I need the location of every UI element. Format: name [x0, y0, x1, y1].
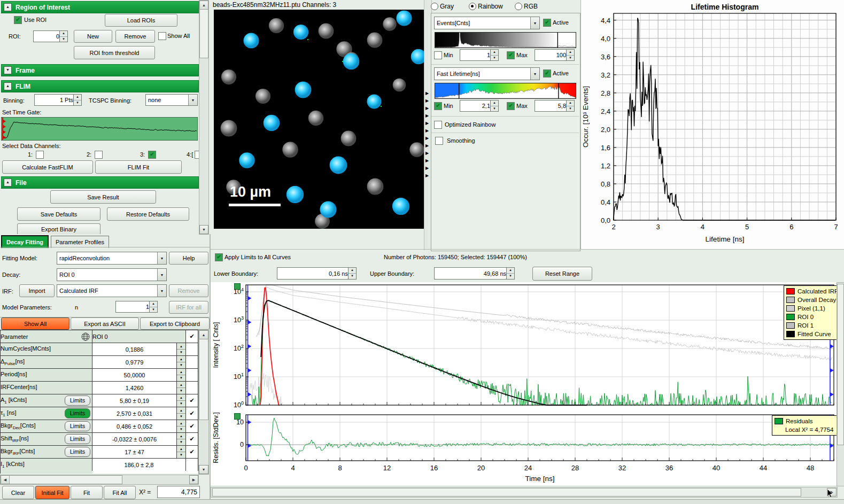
- n-parameter-spinner[interactable]: ▲▼: [149, 301, 158, 313]
- show-all-button[interactable]: Show All: [1, 317, 69, 330]
- scroll-right-icon[interactable]: ▶: [189, 475, 198, 484]
- param-check-6[interactable]: ✔: [186, 420, 198, 433]
- param-spinner-0[interactable]: ▲▼: [177, 343, 186, 356]
- column-header-roi0[interactable]: ROI 0: [92, 330, 186, 343]
- param-value-1[interactable]: 0,9779: [92, 356, 177, 369]
- param-value-4[interactable]: 5,80 ± 0,19: [92, 394, 177, 407]
- collapse-down-icon[interactable]: ▼: [4, 66, 12, 74]
- restore-defaults-button[interactable]: Restore Defaults: [107, 207, 189, 221]
- param-check-8[interactable]: ✔: [186, 446, 198, 459]
- scrollbar-thumb[interactable]: [837, 284, 844, 445]
- flim-fit-button[interactable]: FLIM Fit: [95, 160, 182, 174]
- limits-button-6[interactable]: Limits: [65, 421, 90, 431]
- limits-button-5[interactable]: Limits: [65, 408, 90, 418]
- chevron-down-icon[interactable]: ▼: [530, 17, 539, 29]
- scrollbar-thumb[interactable]: [212, 488, 801, 497]
- scroll-down-icon[interactable]: ▼: [199, 465, 208, 474]
- help-button[interactable]: Help: [169, 252, 208, 265]
- param-check-7[interactable]: ✔: [186, 433, 198, 446]
- param-check-1[interactable]: [186, 356, 198, 369]
- param-spinner-8[interactable]: ▲▼: [177, 446, 186, 459]
- param-check-0[interactable]: [186, 343, 198, 356]
- param-value-5[interactable]: 2,570 ± 0,031: [92, 407, 177, 420]
- flim-image-view[interactable]: 10 µm: [214, 10, 424, 229]
- param-spinner-3[interactable]: ▲▼: [177, 382, 186, 394]
- plot-vscrollbar[interactable]: [837, 282, 844, 486]
- scroll-left-icon[interactable]: ◀: [1, 475, 10, 484]
- remove-roi-button[interactable]: Remove: [115, 30, 155, 43]
- param-value-8[interactable]: 17 ± 47: [92, 446, 177, 459]
- decay-select-dropdown[interactable]: ROI 0 ▼: [57, 268, 167, 281]
- param-spinner-7[interactable]: ▲▼: [177, 433, 186, 446]
- param-check-2[interactable]: [186, 369, 198, 382]
- chevron-down-icon[interactable]: ▼: [157, 252, 166, 264]
- param-value-3[interactable]: 1,4260: [92, 382, 177, 394]
- import-irf-button[interactable]: Import: [19, 284, 55, 297]
- param-spinner-1[interactable]: ▲▼: [177, 356, 186, 369]
- chevron-down-icon[interactable]: ▼: [530, 68, 539, 80]
- fitting-model-dropdown[interactable]: rapidReconvolution ▼: [57, 252, 167, 265]
- load-rois-button[interactable]: Load ROIs: [105, 14, 177, 27]
- lifetime-min-checkbox[interactable]: [434, 102, 442, 110]
- scrollbar-thumb[interactable]: [9, 475, 122, 484]
- plot-hscrollbar[interactable]: ▶: [211, 487, 838, 498]
- table-vscrollbar[interactable]: ▲ ▼: [198, 330, 209, 475]
- fit-button[interactable]: Fit: [71, 486, 103, 499]
- time-gate-plot[interactable]: [1, 117, 198, 141]
- param-value-0[interactable]: 0,1886: [92, 343, 177, 356]
- events-max-checkbox[interactable]: [507, 51, 515, 59]
- reset-range-button[interactable]: Reset Range: [532, 267, 592, 281]
- save-result-button[interactable]: Save Result: [50, 190, 156, 204]
- scrollbar-thumb[interactable]: [199, 339, 208, 420]
- save-defaults-button[interactable]: Save Defaults: [17, 207, 100, 221]
- show-all-rois-checkbox[interactable]: [158, 32, 166, 40]
- lifetime-active-checkbox[interactable]: [543, 69, 551, 77]
- lifetime-min-spinner[interactable]: ▲▼: [490, 100, 499, 112]
- events-min-checkbox[interactable]: [434, 51, 442, 59]
- binning-spinner[interactable]: ▲▼: [73, 94, 82, 106]
- scrollbar-thumb[interactable]: [199, 9, 208, 58]
- lifetime-rainbow-bar[interactable]: [435, 83, 576, 99]
- globe-icon[interactable]: [81, 332, 90, 341]
- collapse-up-icon[interactable]: ▲: [4, 3, 12, 11]
- limits-button-7[interactable]: Limits: [65, 434, 90, 444]
- events-histogram-bar[interactable]: [435, 32, 576, 48]
- table-hscrollbar[interactable]: ◀ ▶: [0, 475, 199, 485]
- mode-radio-gray[interactable]: [431, 3, 438, 10]
- tab-decay-fitting[interactable]: Decay Fitting: [1, 235, 49, 248]
- scroll-up-icon[interactable]: ▲: [199, 1, 208, 10]
- binning-field[interactable]: 1 Pts: [34, 94, 76, 106]
- left-panel-scrollbar[interactable]: ▲ ▼: [199, 0, 209, 235]
- param-value-9[interactable]: 186,0 ± 2,8: [92, 459, 186, 471]
- irf-dropdown[interactable]: Calculated IRF ▼: [57, 284, 167, 297]
- channel-1-checkbox[interactable]: [36, 151, 44, 159]
- irf-for-all-button[interactable]: IRF for all: [169, 301, 208, 314]
- chevron-down-icon[interactable]: ▼: [157, 285, 166, 297]
- frame-section-header[interactable]: ▼ Frame: [1, 64, 199, 76]
- events-min-field[interactable]: 1: [460, 49, 493, 61]
- export-clipboard-button[interactable]: Export to Clipboard: [140, 317, 210, 330]
- mode-radio-rgb[interactable]: [515, 3, 522, 10]
- optimized-rainbow-checkbox[interactable]: [434, 121, 442, 129]
- roi-index-spinner[interactable]: ▲▼: [59, 30, 68, 42]
- n-parameter-field[interactable]: 1: [115, 301, 152, 313]
- param-check-9[interactable]: [186, 459, 198, 471]
- lifetime-max-field[interactable]: 5,8: [535, 100, 569, 112]
- lifetime-max-checkbox[interactable]: [507, 102, 515, 110]
- decay-plot[interactable]: 1041031021011001000481216202428323640444…: [211, 282, 837, 485]
- limits-button-4[interactable]: Limits: [65, 396, 90, 406]
- mode-radio-rainbow[interactable]: [469, 3, 476, 10]
- events-active-checkbox[interactable]: [543, 19, 551, 27]
- param-value-2[interactable]: 50,0000: [92, 369, 177, 382]
- param-value-6[interactable]: 0,486 ± 0,052: [92, 420, 177, 433]
- scroll-up-icon[interactable]: ▲: [199, 330, 208, 339]
- events-max-field[interactable]: 100: [535, 49, 569, 61]
- scroll-down-icon[interactable]: ▼: [199, 225, 208, 234]
- file-section-header[interactable]: ▲ File: [1, 176, 199, 189]
- chevron-down-icon[interactable]: ▼: [188, 95, 197, 105]
- param-spinner-2[interactable]: ▲▼: [177, 369, 186, 382]
- export-ascii-button[interactable]: Export as ASCII: [71, 317, 139, 330]
- param-spinner-4[interactable]: ▲▼: [177, 394, 186, 407]
- smoothing-checkbox[interactable]: [435, 137, 443, 145]
- clear-button[interactable]: Clear: [2, 486, 34, 499]
